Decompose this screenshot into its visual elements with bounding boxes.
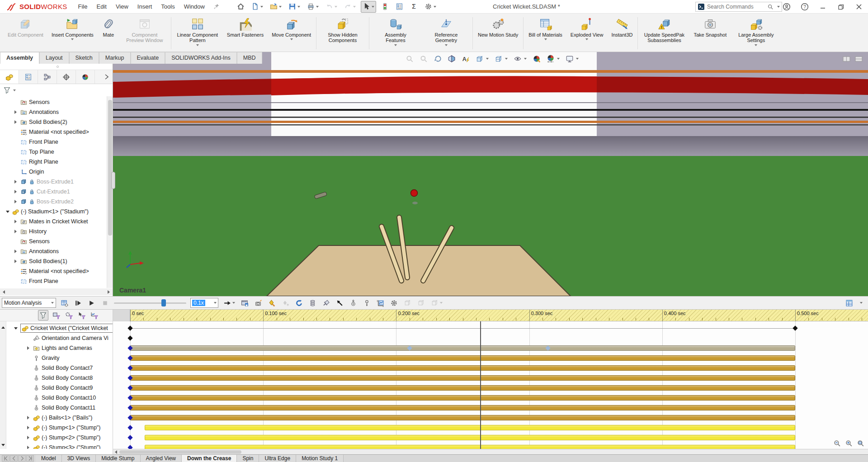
prev-tab-button[interactable]: [10, 455, 18, 462]
ribbon-tab-sketch[interactable]: Sketch: [69, 52, 99, 64]
section-view-icon[interactable]: [447, 54, 457, 64]
expand-arrow[interactable]: [13, 180, 19, 184]
playback-speed-slider[interactable]: [114, 299, 186, 307]
view-settings-icon[interactable]: [565, 54, 580, 64]
animation-wizard-button[interactable]: [254, 298, 263, 308]
tree-item[interactable]: (-) Stadium<1> ("Stadium"): [0, 207, 107, 217]
motion-tree-item[interactable]: Gravity: [6, 353, 113, 363]
panel-resize-handle[interactable]: [111, 172, 115, 189]
timeline-zoom-out-icon[interactable]: [833, 439, 841, 447]
sheet-tab-spin[interactable]: Spin: [237, 455, 259, 462]
stop-button[interactable]: [100, 298, 110, 308]
rebuild-traffic-light-button[interactable]: [379, 1, 391, 13]
tree-item[interactable]: Material <not specified>: [0, 127, 107, 137]
damper-button[interactable]: [321, 298, 331, 308]
tree-item[interactable]: Mates in Cricket Wicket: [0, 217, 107, 226]
expand-arrow[interactable]: [5, 211, 10, 213]
timeline-change-bar[interactable]: [130, 355, 795, 361]
scrollbar-thumb[interactable]: [108, 100, 112, 236]
save-button[interactable]: [287, 1, 302, 13]
timeline-change-bar[interactable]: [130, 345, 795, 351]
slider-thumb[interactable]: [161, 299, 166, 306]
motion-tree-item[interactable]: Solid Body Contact7: [6, 363, 113, 373]
menu-view[interactable]: View: [111, 0, 133, 14]
filter-animated-icon[interactable]: [52, 311, 61, 320]
gravity-button[interactable]: [362, 298, 372, 308]
timeline-rows-area[interactable]: [113, 321, 868, 449]
study-type-select[interactable]: Motion Analysis: [2, 298, 56, 308]
equations-sigma-button[interactable]: [408, 1, 420, 13]
expand-arrow[interactable]: [13, 120, 19, 124]
ribbon-tab-mbd[interactable]: MBD: [237, 52, 262, 64]
menu-edit[interactable]: Edit: [92, 0, 111, 14]
sheet-tab-3d-views[interactable]: 3D Views: [62, 455, 96, 462]
panel-tab-configuration-manager[interactable]: [38, 70, 57, 84]
view-orientation-icon[interactable]: [475, 54, 490, 64]
motor-button[interactable]: [294, 298, 304, 308]
minimize-button[interactable]: [814, 0, 832, 14]
ribbon-assembly-features-button[interactable]: Assembly Features: [370, 15, 421, 52]
filter-selected-icon[interactable]: [77, 311, 86, 320]
scroll-right-icon[interactable]: [106, 289, 112, 295]
timeline-key-point[interactable]: [127, 335, 132, 340]
timeline-change-bar[interactable]: [145, 425, 795, 430]
timeline-change-bar[interactable]: [145, 435, 795, 440]
feature-tree-horizontal-scrollbar[interactable]: [0, 288, 113, 295]
tree-item[interactable]: Top Plane: [0, 147, 107, 157]
ribbon-tab-layout[interactable]: Layout: [39, 52, 69, 64]
current-time-bar[interactable]: [480, 321, 481, 449]
new-document-button[interactable]: [250, 1, 265, 13]
sheet-tab-motion-study-1[interactable]: Motion Study 1: [296, 455, 344, 462]
tree-item[interactable]: Right Plane: [0, 157, 107, 167]
timeline-horizontal-scrollbar[interactable]: [113, 449, 868, 454]
hide-show-annotations-icon[interactable]: [461, 54, 471, 64]
tree-item[interactable]: Cut-Extrude1: [0, 187, 107, 197]
timeline-change-bar[interactable]: [130, 395, 795, 401]
home-button[interactable]: [235, 1, 246, 13]
zoom-to-area-icon[interactable]: [419, 54, 429, 64]
panel-tab-expand-icon[interactable]: [101, 70, 113, 84]
display-style-icon[interactable]: [494, 54, 509, 64]
tree-item[interactable]: Annotations: [0, 246, 107, 256]
force-button[interactable]: [335, 298, 344, 308]
filter-all-icon[interactable]: [38, 310, 48, 321]
timeline-options-icon[interactable]: [844, 298, 854, 308]
timeline-change-bar[interactable]: [130, 375, 795, 381]
panel-tab-dimxpert-manager[interactable]: [57, 70, 76, 84]
motion-tree-item[interactable]: (-) Stump<3> ("Stump"): [6, 443, 113, 449]
ribbon-tab-markup[interactable]: Markup: [99, 52, 131, 64]
expand-arrow[interactable]: [13, 220, 19, 223]
motion-tree-item[interactable]: Solid Body Contact8: [6, 373, 113, 383]
menu-tools[interactable]: Tools: [156, 0, 179, 14]
expand-arrow[interactable]: [13, 190, 19, 193]
open-button[interactable]: [268, 1, 283, 13]
search-commands-box[interactable]: [695, 2, 782, 12]
timeline-canvas[interactable]: 0 sec0.100 sec0.200 sec0.300 sec0.400 se…: [113, 310, 868, 454]
timeline-scrollbar-thumb[interactable]: [119, 450, 241, 454]
next-tab-button[interactable]: [18, 455, 26, 462]
tree-item[interactable]: Boss-Extrude2: [0, 197, 107, 207]
timeline-change-bar[interactable]: [130, 415, 795, 420]
autokey-button[interactable]: [267, 298, 277, 308]
tree-item[interactable]: Front Plane: [0, 276, 107, 286]
motion-tree-item[interactable]: (-) Stump<2> ("Stump"): [6, 433, 113, 443]
panel-tab-display-manager[interactable]: [76, 70, 95, 84]
timeline-zoom-fit-icon[interactable]: [857, 439, 864, 447]
ribbon-exploded-view-button[interactable]: Exploded View: [566, 15, 608, 52]
options-gear-button[interactable]: [423, 1, 438, 13]
expand-arrow[interactable]: [13, 110, 19, 114]
motion-tree-item[interactable]: Solid Body Contact11: [6, 403, 113, 413]
ribbon-linear-pattern-button[interactable]: Linear Component Pattern: [172, 15, 223, 52]
collapse-motion-manager-icon[interactable]: [858, 301, 863, 305]
filter-results-icon[interactable]: [90, 311, 99, 320]
motion-tree-item[interactable]: Cricket Wicket ("Cricket Wicket: [6, 323, 113, 333]
ribbon-instant3d-button[interactable]: Instant3D: [607, 15, 637, 52]
menu-insert[interactable]: Insert: [133, 0, 157, 14]
spring-button[interactable]: [308, 298, 317, 308]
select-cursor-button[interactable]: [361, 1, 376, 13]
graphics-viewport[interactable]: Camera1: [113, 52, 868, 296]
ribbon-speedpak-button[interactable]: Update SpeedPak Subassemblies: [639, 15, 689, 52]
ribbon-snapshot-button[interactable]: Take Snapshot: [689, 15, 731, 52]
expand-arrow[interactable]: [13, 259, 19, 263]
playback-speed-combo[interactable]: 0.1x: [190, 298, 218, 308]
